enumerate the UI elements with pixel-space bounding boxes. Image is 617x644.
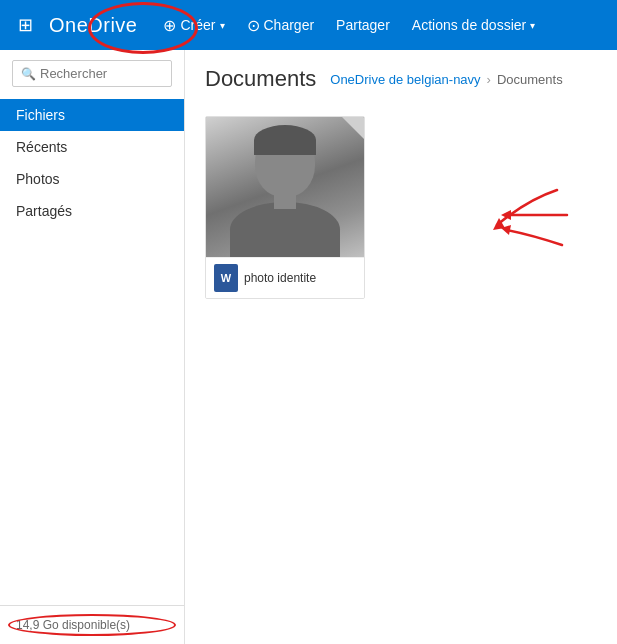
search-input[interactable] [40, 66, 163, 81]
sidebar-item-recents[interactable]: Récents [0, 131, 184, 163]
file-card-photo-identite[interactable]: W photo identite [205, 116, 365, 299]
page-title: Documents [205, 66, 316, 92]
search-icon: 🔍 [21, 67, 36, 81]
storage-info: 14,9 Go disponible(s) [16, 618, 168, 632]
folder-actions-action[interactable]: Actions de dossier ▾ [402, 11, 545, 39]
upload-icon: ⊙ [247, 16, 260, 35]
upload-action[interactable]: ⊙ Charger [237, 10, 325, 41]
file-thumbnail [206, 117, 364, 257]
main-content: Documents OneDrive de belgian-navy › Doc… [185, 50, 617, 644]
sidebar-item-photos[interactable]: Photos [0, 163, 184, 195]
word-icon: W [214, 264, 238, 292]
sidebar-nav: Fichiers Récents Photos Partagés [0, 99, 184, 605]
create-action[interactable]: ⊕ Créer ▾ [153, 10, 234, 41]
top-nav: ⊞ OneDrive ⊕ Créer ▾ ⊙ Charger Partager … [0, 0, 617, 50]
share-action[interactable]: Partager [326, 11, 400, 39]
file-info: W photo identite [206, 257, 364, 298]
file-name: photo identite [244, 271, 316, 285]
breadcrumb-onedrive[interactable]: OneDrive de belgian-navy [330, 72, 480, 87]
sidebar-item-fichiers[interactable]: Fichiers [0, 99, 184, 131]
onedrive-logo[interactable]: OneDrive [45, 14, 149, 37]
breadcrumb-documents: Documents [497, 72, 563, 87]
folder-actions-chevron-icon: ▾ [530, 20, 535, 31]
sidebar-footer: 14,9 Go disponible(s) [0, 605, 184, 644]
create-plus-icon: ⊕ [163, 16, 176, 35]
sidebar-item-partages[interactable]: Partagés [0, 195, 184, 227]
breadcrumb-separator: › [487, 72, 491, 87]
files-grid: W photo identite [205, 108, 597, 307]
sidebar: 🔍 Fichiers Récents Photos Partagés 14,9 … [0, 50, 185, 644]
search-box[interactable]: 🔍 [12, 60, 172, 87]
breadcrumb: Documents OneDrive de belgian-navy › Doc… [205, 66, 597, 92]
create-chevron-icon: ▾ [220, 20, 225, 31]
grid-icon[interactable]: ⊞ [10, 6, 41, 44]
